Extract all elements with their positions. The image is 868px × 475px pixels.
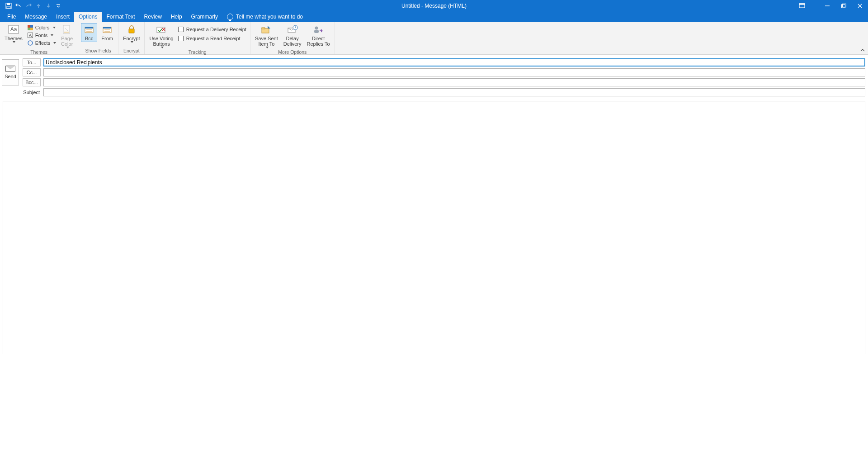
quick-access-toolbar xyxy=(0,2,62,10)
voting-icon xyxy=(155,24,168,35)
spacer xyxy=(810,0,819,12)
group-tracking: Use Voting Buttons Request a Delivery Re… xyxy=(145,22,250,54)
message-body-editor[interactable] xyxy=(3,101,865,354)
use-voting-buttons[interactable]: Use Voting Buttons xyxy=(147,23,175,49)
minimize-button[interactable] xyxy=(819,0,835,12)
title-bar: Untitled - Message (HTML) xyxy=(0,0,868,12)
window-controls xyxy=(794,0,868,12)
svg-point-19 xyxy=(28,41,33,45)
fonts-icon: A xyxy=(27,32,33,38)
colors-icon xyxy=(27,24,33,31)
envelope-icon xyxy=(5,66,15,72)
to-field[interactable] xyxy=(43,58,865,66)
svg-text:A: A xyxy=(29,33,32,38)
redo-icon[interactable] xyxy=(24,2,33,10)
send-label: Send xyxy=(5,74,16,79)
svg-rect-14 xyxy=(30,25,33,28)
page-color-button[interactable]: Page Color xyxy=(59,23,75,49)
fonts-label: Fonts xyxy=(35,33,48,38)
group-themes: Aa Themes Colors A Fonts Effects xyxy=(0,22,78,54)
from-label: From xyxy=(101,36,113,41)
cc-field[interactable] xyxy=(43,68,865,76)
window-title: Untitled - Message (HTML) xyxy=(0,3,868,9)
bcc-icon xyxy=(83,24,95,35)
subject-field[interactable] xyxy=(43,88,865,96)
svg-rect-21 xyxy=(64,32,69,33)
request-delivery-receipt[interactable]: Request a Delivery Receipt xyxy=(177,26,247,33)
from-toggle[interactable]: From xyxy=(99,23,115,42)
effects-button[interactable]: Effects xyxy=(26,39,57,47)
subject-label: Subject xyxy=(2,90,41,95)
prev-item-icon[interactable] xyxy=(34,2,42,10)
fonts-button[interactable]: A Fonts xyxy=(26,32,57,39)
send-button[interactable]: Send xyxy=(2,59,19,86)
tab-format-text[interactable]: Format Text xyxy=(102,12,139,22)
svg-rect-27 xyxy=(103,27,111,28)
themes-icon: Aa xyxy=(7,24,20,35)
maximize-button[interactable] xyxy=(835,0,852,12)
group-themes-label: Themes xyxy=(3,49,75,56)
ribbon: Aa Themes Colors A Fonts Effects xyxy=(0,22,868,55)
svg-rect-15 xyxy=(28,28,30,30)
direct-replies-to-button[interactable]: Direct Replies To xyxy=(305,23,331,48)
svg-point-38 xyxy=(315,27,318,30)
delay-delivery-button[interactable]: Delay Delivery xyxy=(282,23,303,48)
checkbox-icon xyxy=(178,36,184,41)
next-item-icon[interactable] xyxy=(44,2,52,10)
group-tracking-label: Tracking xyxy=(147,49,247,56)
svg-rect-3 xyxy=(57,4,60,5)
direct-replies-icon xyxy=(312,24,325,35)
svg-rect-5 xyxy=(799,4,805,5)
cc-button[interactable]: Cc... xyxy=(23,68,41,76)
customize-qat-icon[interactable] xyxy=(54,2,62,10)
tell-me-label: Tell me what you want to do xyxy=(236,14,303,20)
delivery-receipt-label: Request a Delivery Receipt xyxy=(186,27,246,32)
bcc-field[interactable] xyxy=(43,78,865,86)
svg-rect-13 xyxy=(28,25,30,28)
tab-message[interactable]: Message xyxy=(20,12,52,22)
svg-rect-23 xyxy=(85,27,93,28)
tracking-checks: Request a Delivery Receipt Request a Rea… xyxy=(177,23,247,42)
svg-rect-16 xyxy=(30,28,33,30)
collapse-ribbon-button[interactable] xyxy=(860,48,865,52)
tab-insert[interactable]: Insert xyxy=(52,12,74,22)
group-show-fields: Bcc From Show Fields xyxy=(78,22,118,54)
bcc-button[interactable]: Bcc... xyxy=(23,78,41,86)
direct-replies-label: Direct Replies To xyxy=(307,36,330,47)
save-icon[interactable] xyxy=(5,2,13,10)
tab-help[interactable]: Help xyxy=(166,12,187,22)
page-color-icon xyxy=(61,24,73,35)
group-more-options: Save Sent Item To Delay Delivery Direct … xyxy=(250,22,335,54)
tell-me-search[interactable]: Tell me what you want to do xyxy=(222,12,307,22)
to-button[interactable]: To... xyxy=(23,58,41,66)
themes-button[interactable]: Aa Themes xyxy=(3,23,24,44)
close-button[interactable] xyxy=(852,0,868,12)
ribbon-display-options-icon[interactable] xyxy=(794,0,810,12)
group-show-fields-label: Show Fields xyxy=(81,48,115,54)
page-color-label: Page Color xyxy=(61,36,73,47)
themes-small-stack: Colors A Fonts Effects xyxy=(26,23,57,47)
bcc-toggle[interactable]: Bcc xyxy=(81,23,97,42)
request-read-receipt[interactable]: Request a Read Receipt xyxy=(177,35,247,42)
bcc-label: Bcc xyxy=(85,36,93,41)
tab-file[interactable]: File xyxy=(3,12,20,22)
tab-review[interactable]: Review xyxy=(140,12,166,22)
message-header: Send To... Cc... Bcc... Subject xyxy=(0,55,868,98)
effects-icon xyxy=(27,40,33,46)
themes-label: Themes xyxy=(5,36,23,41)
save-sent-item-to-button[interactable]: Save Sent Item To xyxy=(253,23,280,49)
svg-rect-39 xyxy=(314,30,319,33)
tab-grammarly[interactable]: Grammarly xyxy=(187,12,222,22)
tab-options[interactable]: Options xyxy=(74,12,102,22)
undo-icon[interactable] xyxy=(14,2,23,10)
colors-button[interactable]: Colors xyxy=(26,24,57,31)
svg-rect-2 xyxy=(7,6,10,8)
encrypt-label: Encrypt xyxy=(123,36,140,41)
lightbulb-icon xyxy=(227,14,233,20)
svg-rect-1 xyxy=(7,3,10,5)
group-encrypt: Encrypt Encrypt xyxy=(118,22,145,54)
svg-text:Aa: Aa xyxy=(10,26,17,33)
encrypt-button[interactable]: Encrypt xyxy=(121,23,142,44)
save-sent-label: Save Sent Item To xyxy=(255,36,278,47)
lock-icon xyxy=(125,24,138,35)
